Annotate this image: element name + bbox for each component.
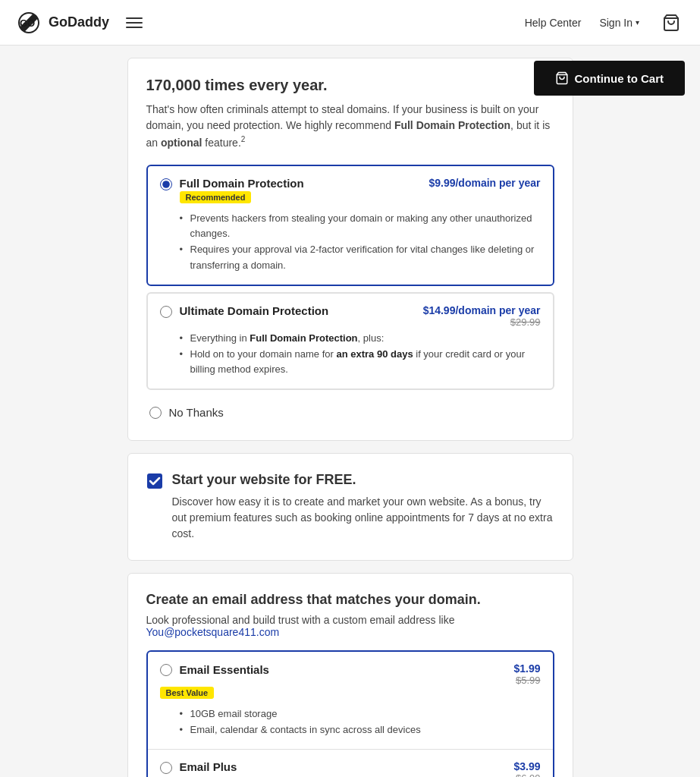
domain-protection-description: That's how often criminals attempt to st… (146, 102, 554, 151)
free-website-card: Start your website for FREE. Discover ho… (127, 453, 573, 561)
email-essentials-bullet-1: 10GB email storage (180, 706, 541, 722)
logo[interactable]: GO GoDaddy (15, 9, 109, 36)
email-description: Look professional and build trust with a… (146, 614, 554, 638)
email-essentials-price-orig: $5.99 (513, 675, 540, 686)
email-plus-radio[interactable] (160, 762, 172, 774)
continue-to-cart-button[interactable]: Continue to Cart (534, 61, 686, 96)
full-domain-bullet-2: Requires your approval via 2-factor veri… (180, 242, 541, 274)
ultimate-domain-price-orig: $29.99 (510, 316, 541, 328)
ultimate-domain-title: Ultimate Domain Protection (180, 304, 329, 317)
header-left: GO GoDaddy (15, 9, 147, 36)
full-domain-radio[interactable] (160, 178, 172, 190)
no-thanks-option[interactable]: No Thanks (146, 396, 554, 422)
email-essentials-option[interactable]: Email Essentials $1.99 $5.99 Best Value … (148, 652, 553, 750)
sticky-cta: Continue to Cart (534, 61, 686, 96)
free-website-description: Discover how easy it is to create and ma… (172, 494, 554, 542)
best-value-badge: Best Value (160, 687, 215, 699)
ultimate-domain-protection-option[interactable]: Ultimate Domain Protection $14.99/domain… (146, 292, 554, 390)
no-thanks-label: No Thanks (169, 406, 224, 419)
email-essentials-bullet-2: Email, calendar & contacts in sync acros… (180, 722, 541, 738)
domain-protection-card: 170,000 times every year. That's how oft… (127, 58, 573, 441)
ultimate-domain-bullet-2: Hold on to your domain name for an extra… (180, 347, 541, 379)
help-center-link[interactable]: Help Center (525, 17, 582, 29)
full-domain-price: $9.99/domain per year (428, 177, 540, 189)
ultimate-domain-radio[interactable] (160, 306, 172, 318)
cart-button-icon (555, 71, 569, 85)
domain-protection-headline: 170,000 times every year. (146, 77, 554, 94)
checkmark-icon (146, 473, 163, 489)
email-plus-title: Email Plus (180, 760, 237, 773)
no-thanks-radio[interactable] (149, 407, 162, 419)
email-plus-price: $3.99 (513, 760, 540, 772)
full-domain-title: Full Domain Protection (180, 177, 304, 190)
svg-text:GO: GO (20, 17, 35, 29)
full-domain-protection-option[interactable]: Full Domain Protection $9.99/domain per … (146, 165, 554, 286)
full-domain-bullets: Prevents hackers from stealing your doma… (180, 211, 541, 274)
ultimate-domain-bullet-1: Everything in Full Domain Protection, pl… (180, 331, 541, 347)
email-plus-option[interactable]: Email Plus $3.99 $6.99 50GB email storag… (148, 750, 553, 777)
email-options-container: Email Essentials $1.99 $5.99 Best Value … (146, 650, 554, 777)
logo-text: GoDaddy (49, 14, 109, 30)
hamburger-menu[interactable] (121, 13, 147, 33)
sign-in-button[interactable]: Sign In ▾ (599, 17, 639, 29)
email-essentials-price: $1.99 (513, 662, 540, 675)
cart-icon[interactable] (658, 9, 685, 36)
email-headline: Create an email address that matches you… (146, 592, 554, 608)
free-website-title: Start your website for FREE. (172, 472, 554, 488)
email-card: Create an email address that matches you… (127, 573, 573, 777)
recommended-badge: Recommended (180, 191, 252, 203)
main-content: 170,000 times every year. That's how oft… (115, 46, 585, 777)
ultimate-domain-bullets: Everything in Full Domain Protection, pl… (180, 331, 541, 378)
email-plus-price-orig: $6.99 (513, 772, 540, 777)
header: GO GoDaddy Help Center Sign In ▾ (0, 0, 700, 46)
free-website-content: Start your website for FREE. Discover ho… (172, 472, 554, 542)
full-domain-bullet-1: Prevents hackers from stealing your doma… (180, 211, 541, 243)
email-example[interactable]: You@pocketsquare411.com (146, 626, 280, 638)
chevron-down-icon: ▾ (636, 18, 639, 27)
email-essentials-title: Email Essentials (180, 663, 269, 676)
ultimate-domain-price: $14.99/domain per year (423, 304, 541, 316)
header-right: Help Center Sign In ▾ (525, 9, 685, 36)
email-essentials-radio[interactable] (160, 664, 172, 676)
email-essentials-bullets: 10GB email storage Email, calendar & con… (180, 706, 541, 738)
